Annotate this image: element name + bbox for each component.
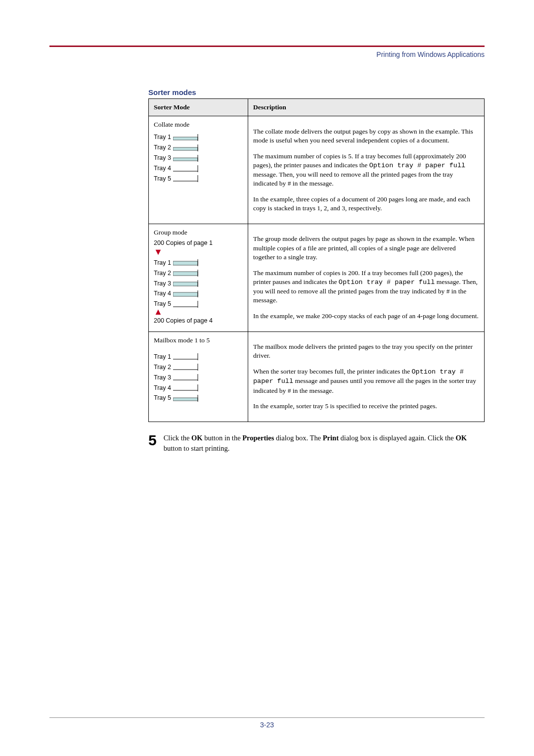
page-number: 3-23 xyxy=(260,721,274,729)
table-row: Collate mode Tray 1 Tray 2 Tray 3 Tray 4… xyxy=(149,116,485,224)
tray-label: Tray 1 xyxy=(154,352,243,362)
svg-rect-12 xyxy=(173,272,198,276)
tray-label: Tray 3 xyxy=(154,153,243,163)
tray-label: Tray 2 xyxy=(154,142,243,153)
th-description: Description xyxy=(248,99,485,116)
tray-label: Tray 4 xyxy=(154,163,243,174)
cell-desc-collate: The collate mode delivers the output pag… xyxy=(248,116,485,224)
tray-icon xyxy=(173,301,203,308)
table-row: Mailbox mode 1 to 5 Tray 1 Tray 2 Tray 3… xyxy=(149,331,485,422)
tray-icon xyxy=(173,134,203,141)
tray-icon xyxy=(173,259,203,266)
cell-mode-mailbox: Mailbox mode 1 to 5 Tray 1 Tray 2 Tray 3… xyxy=(149,331,248,422)
tray-icon xyxy=(173,364,203,371)
code-text: Option tray # paper full xyxy=(369,162,465,169)
desc-paragraph: In the example, we make 200-copy stacks … xyxy=(253,312,479,321)
svg-rect-4 xyxy=(173,158,198,161)
tray-icon xyxy=(173,374,203,381)
cell-desc-mailbox: The mailbox mode delivers the printed pa… xyxy=(248,331,485,422)
desc-paragraph: In the example, three copies of a docume… xyxy=(253,195,479,213)
svg-rect-14 xyxy=(173,282,198,286)
mode-title: Mailbox mode 1 to 5 xyxy=(154,336,243,345)
tray-diagram: Tray 1 Tray 2 Tray 3 Tray 4 Tray 5 xyxy=(154,352,243,403)
page: Printing from Windows Applications Sorte… xyxy=(0,0,534,756)
tray-icon xyxy=(173,175,203,182)
svg-rect-2 xyxy=(173,147,198,150)
tray-icon xyxy=(173,280,203,287)
tray-label: Tray 4 xyxy=(154,288,243,299)
desc-paragraph: The collate mode delivers the output pag… xyxy=(253,127,479,145)
tray-diagram: Tray 1 Tray 2 Tray 3 Tray 4 Tray 5 xyxy=(154,258,243,309)
cell-mode-group: Group mode 200 Copies of page 1 ▼ Tray 1… xyxy=(149,224,248,331)
step-number: 5 xyxy=(148,433,157,454)
arrow-up-icon: ▲ xyxy=(154,309,243,315)
tray-label: Tray 5 xyxy=(154,174,243,184)
tray-label: Tray 4 xyxy=(154,383,243,393)
page-footer: 3-23 xyxy=(49,717,485,729)
tray-icon xyxy=(173,384,203,391)
tray-icon xyxy=(173,270,203,277)
desc-paragraph: The group mode delivers the output pages… xyxy=(253,235,479,262)
step-text: Click the OK button in the Properties di… xyxy=(164,433,485,454)
tray-label: Tray 3 xyxy=(154,279,243,289)
header-rule xyxy=(49,46,485,47)
cell-mode-collate: Collate mode Tray 1 Tray 2 Tray 3 Tray 4… xyxy=(149,116,248,224)
desc-paragraph: The maximum number of copies is 5. If a … xyxy=(253,152,479,189)
tray-icon xyxy=(173,395,203,402)
mode-title: Collate mode xyxy=(154,120,243,129)
code-text: Option tray # paper full xyxy=(339,279,435,286)
tray-icon xyxy=(173,155,203,162)
desc-paragraph: The mailbox mode delivers the printed pa… xyxy=(253,342,479,360)
th-sorter-mode: Sorter Mode xyxy=(149,99,248,116)
cell-desc-group: The group mode delivers the output pages… xyxy=(248,224,485,331)
tray-label: Tray 5 xyxy=(154,299,243,309)
tray-label: Tray 1 xyxy=(154,258,243,268)
sorter-modes-table: Sorter Mode Description Collate mode Tra… xyxy=(148,98,485,422)
svg-rect-10 xyxy=(173,261,198,265)
desc-paragraph: When the sorter tray becomes full, the p… xyxy=(253,367,479,395)
tray-icon xyxy=(173,290,203,297)
desc-paragraph: In the example, sorter tray 5 is specifi… xyxy=(253,402,479,411)
svg-rect-16 xyxy=(173,292,198,296)
tray-icon xyxy=(173,353,203,360)
tray-label: Tray 1 xyxy=(154,132,243,142)
svg-rect-0 xyxy=(173,137,198,140)
running-head: Printing from Windows Applications xyxy=(49,50,485,58)
section-title: Sorter modes xyxy=(148,88,485,96)
tray-label: Tray 2 xyxy=(154,362,243,373)
mode-title: Group mode xyxy=(154,228,243,237)
desc-paragraph: The maximum number of copies is 200. If … xyxy=(253,269,479,305)
caption-top: 200 Copies of page 1 xyxy=(154,239,243,247)
tray-label: Tray 2 xyxy=(154,268,243,279)
tray-icon xyxy=(173,165,203,172)
tray-label: Tray 3 xyxy=(154,373,243,383)
tray-diagram: Tray 1 Tray 2 Tray 3 Tray 4 Tray 5 xyxy=(154,132,243,184)
tray-icon xyxy=(173,144,203,151)
svg-rect-28 xyxy=(173,398,198,401)
content-block: Sorter modes Sorter Mode Description Col… xyxy=(148,88,485,454)
arrow-down-icon: ▼ xyxy=(154,249,243,255)
table-row: Group mode 200 Copies of page 1 ▼ Tray 1… xyxy=(149,224,485,331)
caption-bottom: 200 Copies of page 4 xyxy=(154,317,243,325)
tray-label: Tray 5 xyxy=(154,393,243,403)
step-5: 5 Click the OK button in the Properties … xyxy=(148,433,485,454)
